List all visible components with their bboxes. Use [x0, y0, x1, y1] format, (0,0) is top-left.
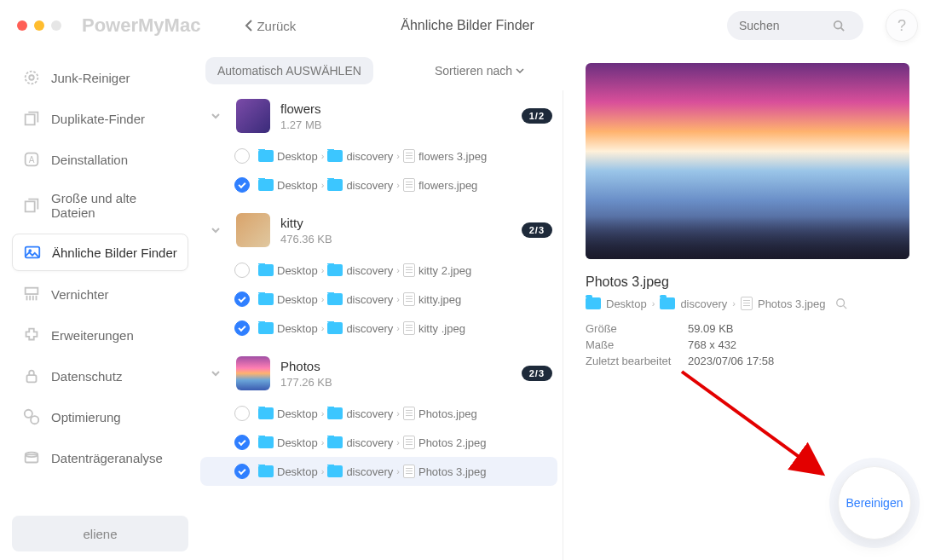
search-input[interactable]	[739, 19, 833, 32]
file-path: Desktop›discovery›flowers.jpeg	[258, 178, 477, 192]
checkbox[interactable]	[234, 406, 250, 421]
file-path: Desktop›discovery›Photos 2.jpeg	[258, 436, 486, 449]
list-item[interactable]: Desktop›discovery›Photos 3.jpeg	[200, 457, 557, 486]
maximize-window-button[interactable]	[51, 20, 61, 31]
svg-point-15	[31, 416, 38, 424]
file-icon	[403, 263, 415, 277]
list-item[interactable]: Desktop›discovery›flowers.jpeg	[200, 170, 557, 199]
search-box[interactable]	[727, 11, 863, 40]
sidebar-item-dup[interactable]: Duplikate-Finder	[12, 101, 188, 136]
sort-dropdown[interactable]: Sortieren nach	[435, 64, 524, 78]
folder-icon	[258, 436, 274, 448]
file-path: Desktop›discovery›kitty.jpeg	[258, 292, 461, 306]
group-size: 476.36 KB	[280, 233, 511, 245]
chevron-down-icon[interactable]	[205, 225, 226, 235]
group-name: flowers	[280, 101, 511, 116]
back-button[interactable]: Zurück	[245, 19, 296, 33]
svg-text:A: A	[29, 155, 35, 165]
svg-point-3	[29, 75, 34, 80]
list-item[interactable]: Desktop›discovery›kitty.jpeg	[200, 285, 557, 314]
file-path: Desktop›discovery›kitty 2.jpeg	[258, 263, 471, 277]
close-window-button[interactable]	[17, 20, 27, 31]
auto-select-button[interactable]: Automatisch AUSWÄHLEN	[205, 57, 373, 84]
sidebar-item-privacy[interactable]: Datenschutz	[12, 358, 188, 394]
checkbox[interactable]	[234, 292, 250, 307]
sidebar-item-ext[interactable]: Erweiterungen	[12, 317, 188, 353]
folder-icon	[586, 297, 601, 309]
minimize-window-button[interactable]	[34, 20, 44, 31]
file-path: Desktop›discovery›Photos 3.jpeg	[258, 465, 486, 478]
sidebar-item-uninstall[interactable]: ADeinstallation	[12, 141, 188, 177]
folder-icon	[327, 407, 343, 419]
sidebar-item-disk[interactable]: Datenträgeranalyse	[12, 440, 188, 476]
page-title: Ähnliche Bilder Finder	[401, 18, 534, 33]
group-thumbnail	[236, 356, 270, 390]
privacy-icon	[22, 367, 41, 385]
folder-icon	[327, 322, 343, 334]
chevron-left-icon	[245, 20, 253, 32]
sidebar-item-label: Junk-Reiniger	[51, 71, 130, 85]
list-item[interactable]: Desktop›discovery›kitty 2.jpeg	[200, 256, 557, 285]
checkbox[interactable]	[234, 464, 250, 479]
sidebar-item-label: Deinstallation	[51, 153, 128, 167]
group-header[interactable]: Photos177.26 KB2/3	[200, 348, 557, 399]
folder-icon	[327, 179, 343, 191]
sidebar-item-large[interactable]: Große und alte Dateien	[12, 182, 188, 228]
file-icon	[403, 407, 415, 420]
folder-icon	[258, 264, 274, 276]
app-name: PowerMyMac	[82, 14, 200, 37]
checkbox[interactable]	[234, 435, 250, 450]
list-item[interactable]: Desktop›discovery›Photos.jpeg	[200, 399, 557, 428]
shred-icon	[22, 285, 41, 303]
folder-icon	[258, 465, 274, 477]
sidebar-item-label: Vernichter	[51, 287, 109, 302]
help-button[interactable]: ?	[886, 9, 918, 42]
group-badge: 2/3	[522, 222, 552, 238]
folder-icon	[258, 322, 274, 334]
window-controls	[17, 20, 61, 31]
search-icon[interactable]	[835, 297, 847, 309]
results-list: flowers1.27 MB1/2Desktop›discovery›flowe…	[200, 90, 563, 560]
sidebar-item-label: Große und alte Dateien	[51, 191, 178, 220]
sidebar-item-shred[interactable]: Vernichter	[12, 276, 188, 312]
preview-path: Desktop› discovery› Photos 3.jpeg	[586, 297, 909, 310]
list-item[interactable]: Desktop›discovery›kitty .jpeg	[200, 314, 557, 343]
file-icon	[403, 465, 415, 478]
svg-rect-8	[26, 288, 38, 294]
checkbox[interactable]	[234, 320, 250, 336]
folder-icon	[660, 297, 675, 309]
user-button[interactable]: eliene	[12, 516, 188, 551]
list-item[interactable]: Desktop›discovery›flowers 3.jpeg	[200, 141, 557, 170]
file-icon	[403, 292, 415, 306]
file-icon	[403, 149, 415, 163]
junk-icon	[22, 68, 41, 87]
sidebar-item-similar[interactable]: Ähnliche Bilder Finder	[12, 234, 188, 271]
group-size: 1.27 MB	[280, 118, 511, 131]
svg-line-19	[844, 306, 847, 309]
group-header[interactable]: kitty476.36 KB2/3	[200, 205, 557, 256]
group-header[interactable]: flowers1.27 MB1/2	[200, 90, 557, 141]
sidebar-item-label: Datenschutz	[51, 369, 122, 384]
titlebar: PowerMyMac Zurück Ähnliche Bilder Finder…	[0, 0, 935, 51]
svg-line-1	[841, 28, 845, 32]
clean-button[interactable]: Bereinigen	[838, 466, 911, 540]
group-thumbnail	[236, 99, 270, 133]
group-badge: 1/2	[522, 108, 552, 124]
dup-icon	[22, 109, 41, 128]
group-badge: 2/3	[522, 366, 552, 381]
sidebar-item-label: Datenträgeranalyse	[51, 451, 163, 465]
search-icon	[833, 20, 845, 32]
preview-panel: Photos 3.jpeg Desktop› discovery› Photos…	[569, 51, 935, 560]
checkbox[interactable]	[234, 263, 250, 278]
svg-point-14	[25, 410, 32, 418]
sidebar-item-label: Ähnliche Bilder Finder	[52, 245, 177, 260]
checkbox[interactable]	[234, 177, 250, 193]
chevron-down-icon[interactable]	[205, 368, 226, 378]
folder-icon	[258, 293, 274, 305]
sidebar-item-opt[interactable]: Optimierung	[12, 399, 188, 435]
checkbox[interactable]	[234, 148, 250, 164]
sidebar-item-junk[interactable]: Junk-Reiniger	[12, 60, 188, 95]
list-item[interactable]: Desktop›discovery›Photos 2.jpeg	[200, 428, 557, 457]
file-icon	[403, 178, 415, 192]
chevron-down-icon[interactable]	[205, 111, 226, 121]
